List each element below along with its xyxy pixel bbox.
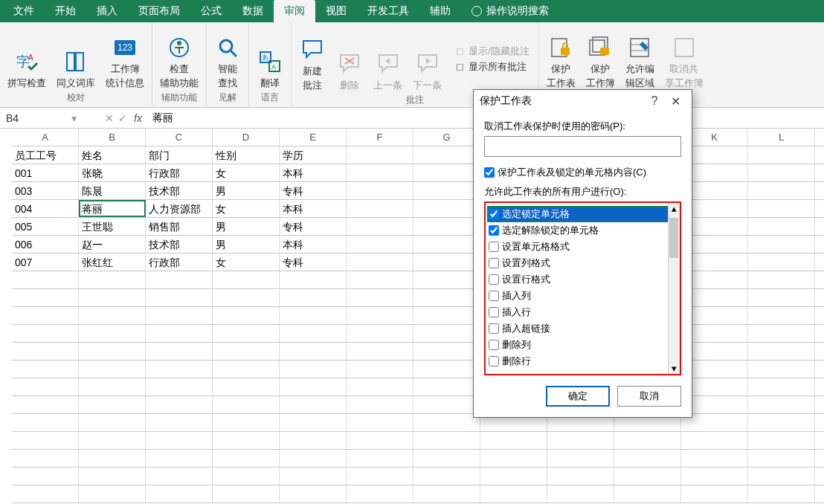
cell[interactable]: [748, 361, 815, 378]
cell[interactable]: [146, 343, 213, 360]
protect-contents-checkbox[interactable]: 保护工作表及锁定的单元格内容(C): [484, 166, 681, 179]
cell[interactable]: 销售部: [146, 218, 213, 235]
cell[interactable]: [280, 307, 347, 324]
cell[interactable]: [79, 414, 146, 431]
cell[interactable]: [413, 414, 480, 431]
unshare-workbook-button[interactable]: 取消共享工作簿: [663, 33, 705, 90]
cell[interactable]: [213, 307, 280, 324]
cell[interactable]: [347, 396, 413, 413]
cell[interactable]: [280, 396, 347, 413]
cell[interactable]: [480, 485, 547, 503]
cell[interactable]: [413, 468, 480, 485]
cell[interactable]: [413, 236, 480, 253]
cell[interactable]: [12, 289, 79, 306]
cell[interactable]: [480, 432, 547, 449]
cell[interactable]: 男: [213, 218, 280, 235]
checkbox[interactable]: [489, 340, 499, 350]
cell[interactable]: [413, 325, 480, 342]
cell[interactable]: 女: [213, 164, 280, 181]
cancel-button[interactable]: 取消: [617, 386, 681, 407]
cell[interactable]: [280, 361, 347, 378]
permission-item[interactable]: 设置单元格格式: [487, 239, 678, 255]
cell[interactable]: [413, 271, 480, 288]
cell[interactable]: [146, 432, 213, 449]
checkbox[interactable]: [489, 225, 499, 236]
cell[interactable]: 学历: [280, 146, 347, 164]
cell[interactable]: [213, 361, 280, 378]
permission-item[interactable]: 删除行: [487, 353, 678, 369]
cell[interactable]: [12, 450, 79, 467]
cell[interactable]: [280, 468, 347, 485]
cell[interactable]: [614, 432, 681, 449]
cell[interactable]: [79, 325, 146, 342]
accept-icon[interactable]: ✓: [116, 112, 129, 124]
cell[interactable]: [748, 253, 815, 271]
cell[interactable]: 本科: [280, 164, 347, 181]
cell[interactable]: [681, 432, 748, 449]
cell[interactable]: [146, 414, 213, 431]
cell[interactable]: [748, 271, 815, 288]
cell[interactable]: [347, 182, 413, 199]
protect-workbook-button[interactable]: 保护工作簿: [585, 33, 617, 90]
cell[interactable]: 本科: [280, 236, 347, 253]
cell[interactable]: [748, 432, 815, 449]
cell[interactable]: [280, 325, 347, 342]
cell[interactable]: [280, 450, 347, 467]
cell[interactable]: [347, 289, 413, 306]
next-comment-button[interactable]: 下一条: [411, 49, 443, 92]
permission-item[interactable]: 选定锁定单元格: [487, 206, 678, 222]
cell[interactable]: [213, 396, 280, 413]
chevron-up-icon[interactable]: ▴: [669, 203, 680, 214]
tab-layout[interactable]: 页面布局: [128, 0, 190, 22]
tab-view[interactable]: 视图: [315, 0, 357, 22]
cell[interactable]: [480, 450, 547, 467]
cell[interactable]: 女: [213, 253, 280, 271]
cell[interactable]: [79, 343, 146, 360]
cell[interactable]: 专科: [280, 182, 347, 199]
close-button[interactable]: ✕: [665, 94, 686, 109]
thesaurus-button[interactable]: 同义词库: [55, 47, 97, 90]
cell[interactable]: [547, 468, 614, 485]
checkbox[interactable]: [484, 167, 495, 178]
column-header[interactable]: B: [79, 129, 146, 146]
cell[interactable]: [748, 468, 815, 485]
tab-review[interactable]: 审阅: [274, 0, 315, 22]
cell[interactable]: [748, 236, 815, 253]
cell[interactable]: 男: [213, 182, 280, 199]
cell[interactable]: [347, 218, 413, 235]
cell[interactable]: 张红红: [79, 253, 146, 271]
cell[interactable]: [614, 468, 681, 485]
password-input[interactable]: [484, 136, 681, 157]
cell[interactable]: [146, 271, 213, 288]
workbook-stats-button[interactable]: 123 工作簿 统计信息: [104, 33, 146, 90]
cell[interactable]: 陈晨: [79, 182, 146, 199]
cell[interactable]: 001: [12, 164, 79, 181]
cell[interactable]: [280, 378, 347, 395]
cell[interactable]: 本科: [280, 200, 347, 217]
cell[interactable]: [213, 378, 280, 395]
cancel-icon[interactable]: ✕: [103, 112, 116, 124]
cell[interactable]: [748, 414, 815, 431]
cell[interactable]: [413, 182, 480, 199]
cell[interactable]: [146, 361, 213, 378]
scroll-thumb[interactable]: [669, 218, 678, 258]
cell[interactable]: [79, 450, 146, 467]
permission-item[interactable]: 删除列: [487, 337, 678, 353]
scrollbar[interactable]: ▴▾: [668, 203, 680, 374]
cell[interactable]: [146, 378, 213, 395]
cell[interactable]: 部门: [146, 146, 213, 164]
column-header[interactable]: E: [280, 129, 347, 146]
tab-home[interactable]: 开始: [45, 0, 86, 22]
cell[interactable]: [347, 325, 413, 342]
cell[interactable]: [413, 396, 480, 413]
checkbox[interactable]: [489, 291, 499, 301]
cell[interactable]: [413, 200, 480, 217]
cell[interactable]: [79, 485, 146, 503]
permission-item[interactable]: 设置行格式: [487, 271, 678, 288]
cell[interactable]: [480, 468, 547, 485]
tab-file[interactable]: 文件: [3, 0, 45, 22]
cell[interactable]: [413, 253, 480, 271]
cell[interactable]: [146, 450, 213, 467]
cell[interactable]: [413, 343, 480, 360]
protect-sheet-button[interactable]: 保护工作表: [545, 33, 577, 90]
